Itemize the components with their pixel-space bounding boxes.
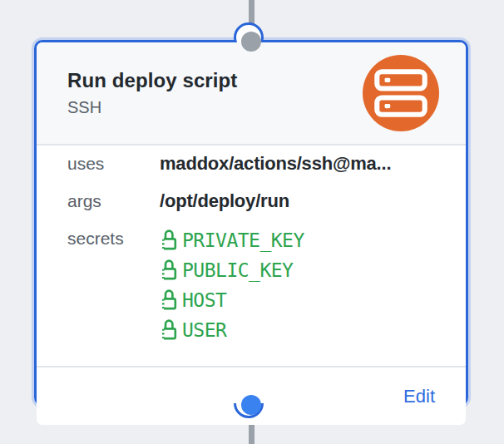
lock-icon (160, 257, 178, 284)
attr-label: uses (67, 154, 160, 174)
secret-name: USER (182, 319, 226, 341)
edit-link[interactable]: Edit (403, 386, 435, 407)
bottom-connection-node[interactable] (241, 395, 261, 415)
action-title: Run deploy script (67, 69, 237, 92)
attribute-row-uses: uses maddox/actions/ssh@ma... (67, 154, 441, 174)
attribute-row-secrets: secrets PRIVATE_KEY (67, 229, 441, 348)
attr-label: secrets (67, 229, 160, 249)
secrets-list: PRIVATE_KEY PUBLIC_KEY (160, 229, 304, 348)
attr-label: args (67, 191, 160, 211)
top-connection-node[interactable] (241, 32, 261, 52)
secret-name: HOST (182, 289, 226, 311)
server-rack-icon (374, 69, 427, 117)
attr-value-args: /opt/deploy/run (160, 191, 289, 211)
workflow-action-card[interactable]: Run deploy script SSH uses maddox/action… (34, 40, 468, 406)
action-subtitle: SSH (67, 97, 237, 117)
secret-item: USER (160, 318, 304, 342)
lock-icon (160, 287, 178, 314)
secret-name: PUBLIC_KEY (182, 259, 293, 281)
secret-item: PUBLIC_KEY (160, 259, 304, 282)
secret-item: HOST (160, 289, 304, 312)
card-body: uses maddox/actions/ssh@ma... args /opt/… (37, 146, 466, 366)
attribute-row-args: args /opt/deploy/run (67, 191, 441, 211)
attr-value-uses: maddox/actions/ssh@ma... (160, 154, 391, 174)
lock-icon (160, 317, 178, 344)
secret-item: PRIVATE_KEY (160, 229, 304, 252)
lock-icon (160, 227, 178, 254)
secret-name: PRIVATE_KEY (182, 229, 304, 251)
action-avatar (363, 55, 439, 131)
